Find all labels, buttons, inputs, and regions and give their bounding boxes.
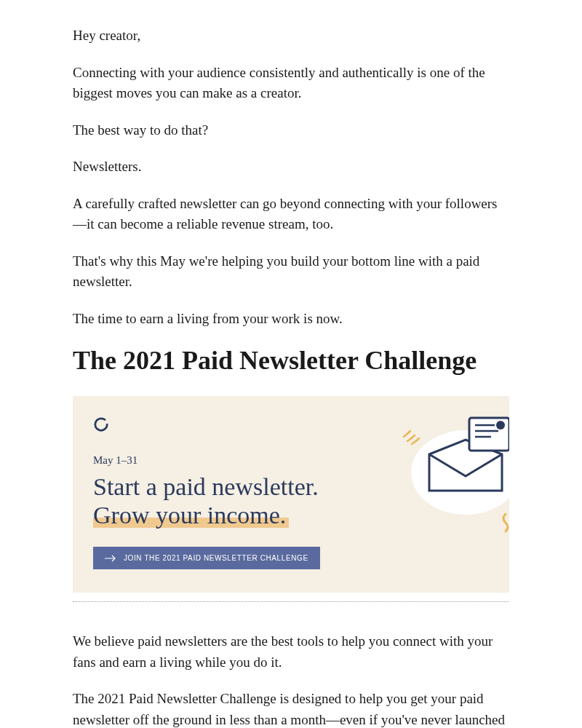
envelope-icon [407, 403, 509, 520]
body-paragraph-1: We believe paid newsletters are the best… [73, 631, 509, 673]
intro-paragraph-4: A carefully crafted newsletter can go be… [73, 194, 509, 235]
body-paragraph-2: The 2021 Paid Newsletter Challenge is de… [73, 689, 509, 728]
intro-paragraph-3: Newsletters. [73, 157, 509, 178]
brand-logo-icon [93, 416, 109, 432]
join-challenge-button-label: JOIN THE 2021 PAID NEWSLETTER CHALLENGE [124, 554, 308, 562]
join-challenge-button[interactable]: JOIN THE 2021 PAID NEWSLETTER CHALLENGE [93, 547, 320, 569]
intro-paragraph-2: The best way to do that? [73, 120, 509, 141]
promo-title-line-2: Grow your income. [93, 501, 289, 529]
greeting-text: Hey creator, [73, 25, 509, 47]
section-heading: The 2021 Paid Newsletter Challenge [73, 345, 509, 376]
svg-point-6 [496, 421, 505, 430]
intro-paragraph-1: Connecting with your audience consistent… [73, 63, 509, 104]
sparkle-accent-icon [400, 424, 422, 446]
section-divider [73, 601, 509, 602]
squiggle-accent-icon [498, 513, 509, 534]
arrow-right-icon [105, 555, 116, 562]
promo-card: May 1–31 Start a paid newsletter. Grow y… [73, 396, 509, 593]
intro-paragraph-5: That's why this May we're helping you bu… [73, 251, 509, 293]
intro-paragraph-6: The time to earn a living from your work… [73, 309, 509, 330]
svg-point-0 [95, 419, 108, 431]
